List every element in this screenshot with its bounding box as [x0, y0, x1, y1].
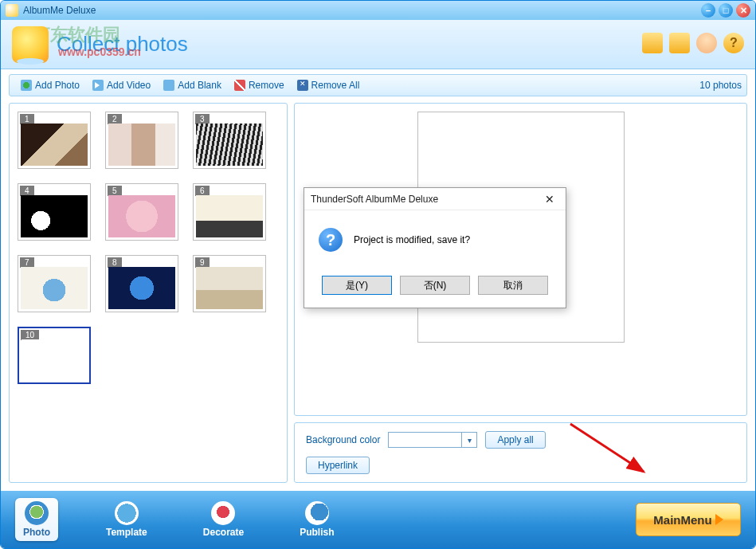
window-controls: – □ ✕ [701, 3, 750, 18]
apply-all-button[interactable]: Apply all [485, 431, 545, 449]
add-video-label: Add Video [107, 80, 151, 91]
app-window: AlbumMe Deluxe – □ ✕ 河东软件园 www.pc0359.cn… [0, 0, 756, 549]
thumbnail-7[interactable]: 7 [18, 255, 91, 312]
thumbnail-6[interactable]: 6 [193, 183, 266, 241]
close-button[interactable]: ✕ [736, 3, 750, 18]
remove-all-button[interactable]: Remove All [291, 78, 366, 92]
remove-label: Remove [249, 80, 284, 91]
mainmenu-button[interactable]: MainMenu [636, 503, 741, 536]
titlebar: AlbumMe Deluxe – □ ✕ [1, 1, 755, 20]
chevron-down-icon[interactable]: ▾ [462, 433, 476, 447]
nav-publish-label: Publish [300, 527, 334, 538]
thumbnail-10[interactable]: 10 [18, 327, 91, 384]
thumb-image [196, 195, 263, 237]
header: 河东软件园 www.pc0359.cn Collect photos ? [1, 20, 755, 69]
bg-color-swatch [389, 433, 462, 447]
maximize-button[interactable]: □ [719, 3, 733, 18]
save-icon[interactable] [669, 33, 690, 53]
thumbnail-9[interactable]: 9 [193, 255, 266, 312]
hyperlink-row: Hyperlink [306, 457, 735, 474]
add-video-button[interactable]: Add Video [86, 78, 157, 92]
thumbnail-grid: 1 2 3 4 5 6 7 8 9 10 [18, 112, 279, 384]
thumbnail-panel: 1 2 3 4 5 6 7 8 9 10 [9, 103, 288, 483]
thumb-image [108, 267, 175, 309]
dialog-no-button[interactable]: 否(N) [400, 276, 470, 295]
thumbnail-1[interactable]: 1 [18, 112, 91, 169]
thumb-image [21, 267, 88, 309]
dialog-message: Project is modified, save it? [354, 234, 470, 245]
add-blank-icon [163, 80, 174, 91]
nav-publish[interactable]: Publish [292, 498, 342, 541]
add-photo-icon [21, 80, 32, 91]
bottom-nav: Photo Template Decorate Publish MainMenu [1, 491, 755, 548]
dialog-body: ? Project is modified, save it? [304, 210, 566, 269]
add-blank-label: Add Blank [178, 80, 221, 91]
thumbnail-8[interactable]: 8 [105, 255, 178, 312]
save-dialog: ThunderSoft AlbumMe Deluxe ✕ ? Project i… [304, 187, 566, 308]
add-blank-button[interactable]: Add Blank [157, 78, 228, 92]
thumb-image [196, 124, 263, 166]
dialog-titlebar: ThunderSoft AlbumMe Deluxe ✕ [304, 188, 566, 210]
nav-decorate-label: Decorate [203, 527, 244, 538]
thumb-image [22, 339, 87, 380]
mainmenu-label: MainMenu [653, 513, 711, 527]
options-box: Background color ▾ Apply all Hyperlink [294, 422, 747, 483]
remove-all-label: Remove All [311, 80, 360, 91]
header-actions: ? [642, 33, 744, 53]
thumb-image [196, 267, 263, 309]
bg-color-select[interactable]: ▾ [388, 432, 477, 448]
thumbnail-3[interactable]: 3 [193, 112, 266, 169]
help-icon[interactable]: ? [723, 33, 744, 53]
add-photo-label: Add Photo [35, 80, 80, 91]
dialog-yes-button[interactable]: 是(Y) [322, 276, 392, 295]
dialog-buttons: 是(Y) 否(N) 取消 [304, 269, 566, 308]
thumb-image [108, 195, 175, 237]
thumbnail-2[interactable]: 2 [105, 112, 178, 169]
question-icon: ? [319, 228, 343, 252]
user-icon[interactable] [696, 33, 717, 53]
nav-template-label: Template [106, 527, 147, 538]
add-video-icon [92, 80, 104, 91]
remove-icon [234, 80, 245, 91]
thumbnail-4[interactable]: 4 [18, 183, 91, 241]
nav-decorate[interactable]: Decorate [195, 498, 252, 541]
template-icon [115, 501, 139, 525]
hyperlink-button[interactable]: Hyperlink [306, 457, 370, 474]
add-photo-button[interactable]: Add Photo [14, 78, 86, 92]
logo-block: Collect photos [12, 26, 188, 63]
open-folder-icon[interactable] [642, 33, 663, 53]
remove-button[interactable]: Remove [228, 78, 291, 92]
logo-icon [12, 26, 49, 63]
toolbar: Add Photo Add Video Add Blank Remove Rem… [9, 74, 747, 96]
bg-color-label: Background color [306, 434, 380, 445]
thumb-image [21, 124, 88, 166]
nav-photo[interactable]: Photo [15, 498, 58, 541]
thumb-image [21, 195, 88, 237]
decorate-icon [211, 501, 235, 525]
nav-template[interactable]: Template [98, 498, 155, 541]
minimize-button[interactable]: – [701, 3, 715, 18]
dialog-close-button[interactable]: ✕ [540, 191, 559, 207]
photo-count: 10 photos [699, 80, 742, 91]
dialog-title: ThunderSoft AlbumMe Deluxe [311, 194, 438, 205]
app-icon [6, 4, 18, 17]
dialog-cancel-button[interactable]: 取消 [478, 276, 548, 295]
page-title: Collect photos [57, 32, 188, 57]
bg-color-row: Background color ▾ Apply all [306, 431, 735, 449]
thumb-image [108, 124, 175, 166]
publish-icon [305, 501, 329, 525]
nav-photo-label: Photo [23, 527, 50, 538]
remove-all-icon [297, 80, 308, 91]
app-title: AlbumMe Deluxe [23, 5, 96, 16]
play-icon [715, 514, 723, 525]
photo-icon [25, 501, 49, 525]
thumbnail-5[interactable]: 5 [105, 183, 178, 241]
